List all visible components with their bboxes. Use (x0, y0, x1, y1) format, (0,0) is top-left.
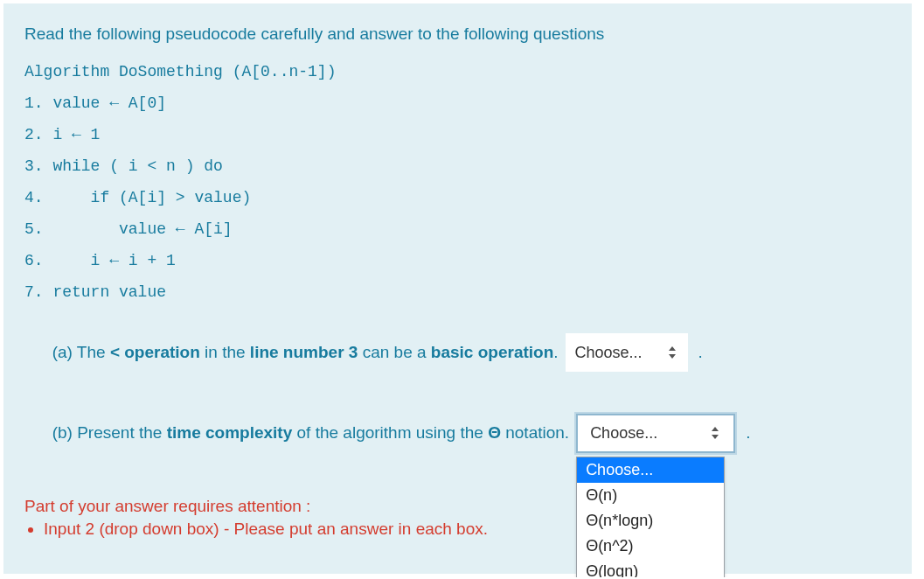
dropdown-option-theta-n[interactable]: Θ(n) (577, 483, 724, 508)
code-line-1: 1. value ← A[0] (24, 94, 166, 112)
attention-title: Part of your answer requires attention : (24, 497, 891, 516)
code-line-5: 5. value ← A[i] (24, 220, 233, 238)
dropdown-option-theta-n2[interactable]: Θ(n^2) (577, 534, 724, 559)
qa-a-mid1: in the (200, 343, 250, 361)
question-a-select[interactable]: Choose... (566, 333, 688, 372)
attention-list: Input 2 (drop down box) - Please put an … (24, 520, 891, 539)
question-b-select[interactable]: Choose... (576, 414, 735, 453)
code-line-3: 3. while ( i < n ) do (24, 157, 223, 175)
question-b-select-wrap: Choose... Choose... Θ(n) Θ(n*logn) Θ(n^2… (576, 414, 735, 453)
qa-b-bold2: Θ (488, 423, 501, 442)
qa-b-post: notation. (501, 423, 569, 442)
question-a-select-value: Choose... (575, 344, 643, 362)
qa-a-post: . (553, 343, 558, 361)
dropdown-option-theta-logn[interactable]: Θ(logn) (577, 559, 724, 578)
question-b-select-value: Choose... (590, 424, 657, 443)
attention-item-1: Input 2 (drop down box) - Please put an … (44, 520, 891, 539)
pseudocode-block: Algorithm DoSomething (A[0..n-1]) 1. val… (24, 56, 891, 308)
qa-a-pre: (a) The (52, 343, 110, 361)
question-panel: Read the following pseudocode carefully … (3, 3, 912, 574)
question-a-row: (a) The < operation in the line number 3… (24, 324, 891, 381)
code-line-7: 7. return value (24, 283, 166, 301)
question-a-text: (a) The < operation in the line number 3… (24, 324, 559, 381)
sort-caret-icon (709, 427, 721, 439)
question-b-text: (b) Present the time complexity of the a… (24, 404, 569, 462)
code-line-0: Algorithm DoSomething (A[0..n-1]) (24, 63, 336, 80)
question-a-period: . (695, 343, 703, 362)
qa-b-bold1: time complexity (167, 423, 293, 442)
qa-b-pre: (b) Present the (52, 423, 167, 442)
dropdown-option-choose[interactable]: Choose... (577, 457, 724, 483)
instruction-heading: Read the following pseudocode carefully … (24, 24, 891, 44)
qa-a-bold2: line number 3 (250, 343, 358, 361)
qa-a-mid2: can be a (358, 343, 430, 361)
code-line-6: 6. i ← i + 1 (24, 252, 176, 269)
code-line-2: 2. i ← 1 (24, 126, 100, 143)
question-b-dropdown[interactable]: Choose... Θ(n) Θ(n*logn) Θ(n^2) Θ(logn) … (576, 457, 725, 578)
attention-block: Part of your answer requires attention :… (24, 497, 891, 539)
question-b-row: (b) Present the time complexity of the a… (24, 404, 891, 462)
qa-a-bold3: basic operation (431, 343, 553, 361)
sort-caret-icon (666, 346, 678, 359)
question-b-period: . (742, 423, 750, 443)
qa-b-mid1: of the algorithm using the (292, 423, 488, 442)
qa-a-bold1: < operation (110, 343, 200, 361)
code-line-4: 4. if (A[i] > value) (24, 189, 251, 206)
dropdown-option-theta-nlogn[interactable]: Θ(n*logn) (577, 508, 724, 534)
